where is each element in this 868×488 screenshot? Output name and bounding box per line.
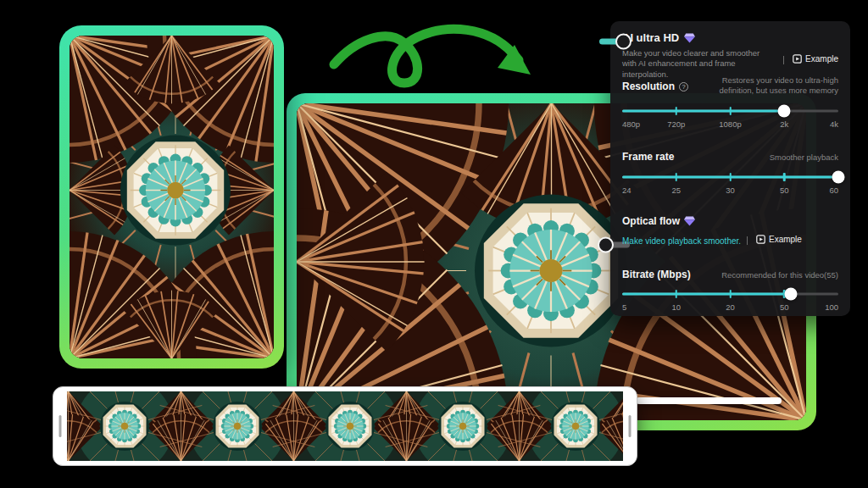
ceiling-artwork-filmstrip: [67, 391, 623, 461]
before-image-frame: [59, 25, 284, 369]
separator: [747, 236, 748, 245]
video-example-icon: [793, 54, 802, 64]
arrow-icon: [322, 8, 542, 93]
slider-tick: [676, 173, 678, 181]
resolution-tick-labels: 480p 720p 1080p 2k 4k: [622, 119, 838, 130]
optical-flow-label-row: Optical flow: [622, 215, 695, 227]
slider-tick: [729, 290, 732, 298]
resolution-label-row: Resolution ?: [622, 80, 688, 92]
timeline-progress-line: [636, 397, 782, 404]
slider-tick: [783, 173, 786, 181]
ceiling-artwork-before: [70, 36, 274, 358]
toggle-knob: [598, 237, 614, 253]
help-icon[interactable]: ?: [679, 82, 688, 92]
promo-canvas: AI ultra HD Make your video clearer and …: [0, 0, 868, 488]
bitrate-tick-labels: 5 10 20 50 100: [622, 302, 838, 313]
slider-tick: [729, 173, 732, 181]
ai-ultra-hd-toggle[interactable]: [599, 33, 630, 50]
resolution-slider[interactable]: [622, 104, 838, 118]
slider-tick: [676, 107, 678, 115]
trim-handle-notch: [59, 415, 62, 437]
bitrate-slider-knob[interactable]: [784, 288, 797, 301]
frame-rate-label: Frame rate: [622, 151, 674, 163]
clip-trim-handle-left[interactable]: [53, 391, 67, 461]
slider-fill: [622, 293, 791, 296]
frame-rate-slider-knob[interactable]: [832, 171, 845, 184]
frame-rate-note: Smoother playback: [770, 152, 838, 163]
toggle-knob: [615, 34, 632, 50]
frame-rate-tick-labels: 24 25 30 50 60: [622, 186, 838, 196]
optical-flow-desc-row: Make video playback smoother. Example: [622, 232, 802, 247]
clip-trim-handle-right[interactable]: [623, 391, 637, 461]
optical-flow-label: Optical flow: [622, 215, 680, 227]
slider-fill: [622, 110, 784, 113]
gem-icon: [684, 216, 695, 226]
example-button[interactable]: Example: [756, 235, 802, 244]
trim-handle-notch: [629, 415, 632, 437]
slider-tick: [676, 290, 678, 298]
resolution-slider-knob[interactable]: [778, 105, 791, 118]
bitrate-slider[interactable]: [622, 287, 838, 301]
ai-ultra-hd-example-row: Example: [782, 52, 838, 67]
video-example-icon: [756, 235, 765, 244]
resolution-note: Restores your video to ultra-high defini…: [693, 75, 838, 97]
resolution-label: Resolution: [622, 80, 675, 92]
frame-rate-slider[interactable]: [622, 170, 838, 184]
bitrate-label: Bitrate (Mbps): [622, 269, 691, 280]
optical-flow-description[interactable]: Make video playback smoother.: [622, 236, 741, 246]
bitrate-note: Recommended for this video(55): [721, 270, 838, 280]
timeline-clip[interactable]: [53, 386, 637, 466]
settings-panel: AI ultra HD Make your video clearer and …: [610, 21, 850, 316]
slider-tick: [729, 107, 732, 115]
gem-icon: [684, 33, 695, 43]
example-button[interactable]: Example: [793, 54, 838, 64]
clip-thumbnail-strip: [67, 391, 623, 461]
before-image: [70, 36, 274, 358]
ai-ultra-hd-title-row: AI ultra HD: [622, 31, 695, 44]
separator: [783, 56, 784, 64]
